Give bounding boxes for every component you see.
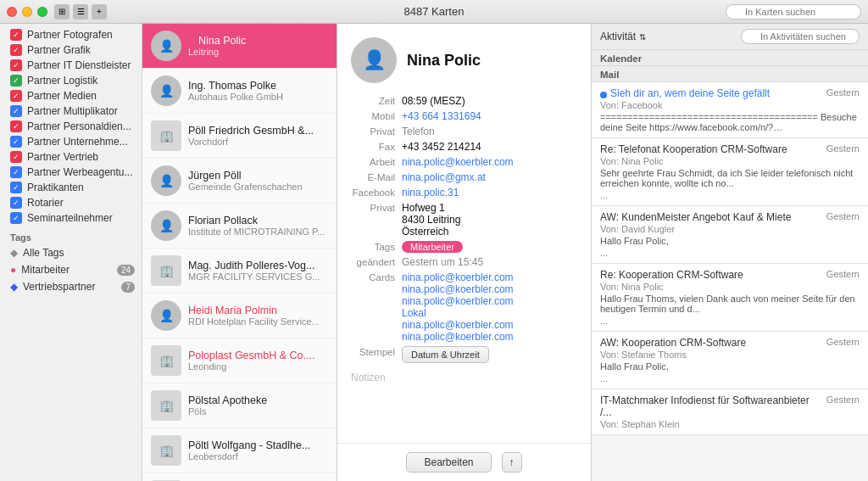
sidebar-item[interactable]: ✓ Rotarier xyxy=(0,195,142,210)
email-value[interactable]: nina.polic@gmx.at xyxy=(402,171,577,183)
check-mark: ✓ xyxy=(13,199,19,207)
sidebar-item-label: Rotarier xyxy=(27,197,64,209)
star-icon: ★ xyxy=(188,36,197,46)
sidebar-item[interactable]: ✓ Praktikanten xyxy=(0,180,142,195)
contact-subtitle: Institute of MICROTRAINING P... xyxy=(188,227,328,237)
contact-info: Pöltl Wolfgang - Stadlhe... Leobersdorf xyxy=(188,439,328,461)
card-link[interactable]: nina.polic@koerbler.com xyxy=(402,319,577,331)
detail-panel: 👤 Nina Polic Zeit 08:59 (MESZ) Mobil +43… xyxy=(337,24,592,481)
sort-icon[interactable]: ⇅ xyxy=(639,32,646,42)
contact-avatar: 👤 xyxy=(151,76,181,106)
card-link[interactable]: nina.polic@koerbler.com xyxy=(402,295,577,307)
contact-item[interactable]: 👤 Jürgen Pöll Gemeinde Grafenschachen xyxy=(142,159,337,204)
contact-item[interactable]: 👤 ★Nina Polic Leitring xyxy=(142,24,337,69)
geaendert-value: Gestern um 15:45 xyxy=(402,256,577,268)
contact-item[interactable]: 🏢 Mag. Judith Polleres-Vog... MGR FACILI… xyxy=(142,249,337,294)
check-mark: ✓ xyxy=(13,31,19,39)
mail-item-header: IT-Matchmaker Infodienst für Softwareanb… xyxy=(600,394,860,418)
address-value: Hofweg 1 8430 Leitring Österreich xyxy=(402,202,577,238)
mail-item[interactable]: Sieh dir an, wem deine Seite gefälltGest… xyxy=(592,82,868,138)
sidebar-item[interactable]: ✓ Partner Vertrieb xyxy=(0,149,142,165)
check-mark: ✓ xyxy=(13,76,19,85)
minimize-button[interactable] xyxy=(22,7,32,17)
sidebar-item[interactable]: ✓ Partner Fotografen xyxy=(0,27,142,42)
contact-item[interactable]: 🏢 Pölstal Apotheke Pöls xyxy=(142,383,337,428)
sidebar-item[interactable]: ✓ Partner Multiplikator xyxy=(0,103,142,119)
contact-list: 👤 ★Nina Polic Leitring 👤 Ing. Thomas Pol… xyxy=(142,24,337,481)
mail-date: Gestern xyxy=(826,337,860,347)
mail-subject: IT-Matchmaker Infodienst für Softwareanb… xyxy=(600,394,823,418)
contact-item[interactable]: 🏢 Polytec Elastoform Gmb... Marchtrenk xyxy=(142,473,337,481)
card-link[interactable]: nina.polic@koerbler.com xyxy=(402,271,577,283)
mail-date: Gestern xyxy=(826,143,860,154)
contact-item[interactable]: 👤 Florian Pollack Institute of MICROTRAI… xyxy=(142,204,337,249)
mail-item[interactable]: Re: Telefonat Kooperation CRM-SoftwareGe… xyxy=(592,138,868,206)
detail-row-cards: Cards nina.polic@koerbler.comnina.polic@… xyxy=(337,270,591,344)
mail-item[interactable]: IT-Matchmaker Infodienst für Softwareanb… xyxy=(592,389,868,435)
contact-item[interactable]: 🏢 Pöltl Wolfgang - Stadlhe... Leobersdor… xyxy=(142,428,337,473)
tags-label: Tags xyxy=(351,241,395,253)
detail-row-privat: Privat Telefon xyxy=(337,124,591,139)
mail-date: Gestern xyxy=(826,394,860,405)
contact-item[interactable]: 👤 Ing. Thomas Polke Autohaus Polke GmbH xyxy=(142,69,337,114)
arbeit-value[interactable]: nina.polic@koerbler.com xyxy=(402,156,577,168)
check-mark: ✓ xyxy=(13,92,19,100)
mitarbeiter-tag[interactable]: Mitarbeiter xyxy=(402,241,463,253)
sidebar-item[interactable]: ✓ Partner Unternehme... xyxy=(0,134,142,149)
tag-item[interactable]: ◆ Vertriebspartner 7 xyxy=(0,278,142,295)
sidebar-item[interactable]: ✓ Partner Werbeagentu... xyxy=(0,165,142,180)
activity-search-container: 🔍 xyxy=(741,29,860,44)
mail-item[interactable]: AW: KundenMeister Angebot Kauf & MieteGe… xyxy=(592,206,868,264)
tag-item[interactable]: ● Mitarbeiter 24 xyxy=(0,261,142,278)
mail-item-header: Re: Kooperation CRM-SoftwareGestern xyxy=(600,269,860,281)
detail-row-geaendert: geändert Gestern um 15:45 xyxy=(337,254,591,270)
sidebar-item[interactable]: ✓ Partner Personaldien... xyxy=(0,119,142,134)
activity-search-input[interactable] xyxy=(741,29,860,44)
main-search-input[interactable] xyxy=(726,4,861,20)
contact-item[interactable]: 👤 Heidi Maria Polmin RDI Hotelplan Facil… xyxy=(142,294,337,338)
mail-item[interactable]: AW: Kooperation CRM-SoftwareGesternVon: … xyxy=(592,332,868,389)
contact-avatar: 👤 xyxy=(151,210,181,241)
activity-title: Aktivität ⇅ xyxy=(600,31,646,42)
facebook-value[interactable]: nina.polic.31 xyxy=(402,187,577,199)
sidebar-item-label: Partner Multiplikator xyxy=(27,105,118,117)
detail-row-tags: Tags Mitarbeiter xyxy=(337,239,591,254)
mail-from: Von: David Kugler xyxy=(600,224,860,234)
zeit-label: Zeit xyxy=(351,95,395,107)
grid-icon[interactable]: ⊞ xyxy=(54,4,70,20)
sidebar-item[interactable]: ✓ Partner Grafik xyxy=(0,42,142,58)
contact-info: Pölstal Apotheke Pöls xyxy=(188,394,328,417)
check-mark: ✓ xyxy=(13,137,19,146)
maximize-button[interactable] xyxy=(37,7,47,17)
contact-avatar: 🏢 xyxy=(151,435,181,466)
mail-item[interactable]: Re: Kooperation CRM-SoftwareGesternVon: … xyxy=(592,264,868,332)
card-link[interactable]: nina.polic@koerbler.com xyxy=(402,283,577,295)
card-local-label: Lokal xyxy=(402,307,577,319)
sidebar-item[interactable]: ✓ Partner IT Dienstleister xyxy=(0,58,142,73)
mail-subject: AW: Kooperation CRM-Software xyxy=(600,337,823,349)
card-link[interactable]: nina.polic@koerbler.com xyxy=(402,331,577,343)
tag-item[interactable]: ◆ Alle Tags xyxy=(0,244,142,261)
mail-item-header: AW: KundenMeister Angebot Kauf & MieteGe… xyxy=(600,211,860,223)
contact-item[interactable]: 🏢 Pöll Friedrich GesmbH &... Vorchdorf xyxy=(142,114,337,159)
contact-info: Jürgen Pöll Gemeinde Grafenschachen xyxy=(188,170,328,192)
address-label: Privat xyxy=(351,202,395,238)
edit-button[interactable]: Bearbeiten xyxy=(406,452,491,473)
sidebar-item-label: Praktikanten xyxy=(27,182,84,193)
stamp-button[interactable]: Datum & Uhrzeit xyxy=(402,346,489,363)
contact-item[interactable]: 🏢 Poloplast GesmbH & Co.... Leonding xyxy=(142,338,337,383)
mail-item-header: Sieh dir an, wem deine Seite gefälltGest… xyxy=(600,87,860,99)
sidebar-item[interactable]: ✓ Seminarteilnehmer xyxy=(0,210,142,226)
sidebar-item[interactable]: ✓ Partner Medien xyxy=(0,88,142,103)
mail-dots: ... xyxy=(600,373,860,383)
mail-subject: Sieh dir an, wem deine Seite gefällt xyxy=(600,87,823,99)
add-icon[interactable]: + xyxy=(92,4,107,20)
mobil-value[interactable]: +43 664 1331694 xyxy=(402,110,577,122)
share-button[interactable]: ↑ xyxy=(502,452,522,473)
list-icon[interactable]: ☰ xyxy=(73,4,88,20)
privat-label: Privat xyxy=(351,126,395,137)
mail-dots: ... xyxy=(600,248,860,258)
sidebar-item[interactable]: ✓ Partner Logistik xyxy=(0,73,142,88)
close-button[interactable] xyxy=(7,7,17,17)
contact-name: ★Nina Polic xyxy=(188,35,328,47)
